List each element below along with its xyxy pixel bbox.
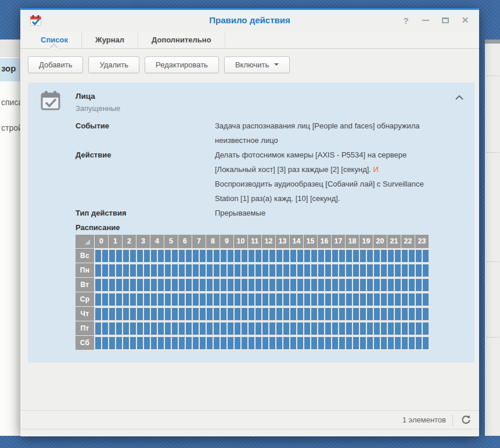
schedule-slot[interactable] [360,308,366,320]
schedule-slot[interactable] [228,322,233,335]
schedule-slot[interactable] [123,337,129,349]
schedule-slot[interactable] [388,337,394,349]
schedule-slot[interactable] [402,337,408,349]
schedule-slot[interactable] [339,293,345,306]
schedule-slot[interactable] [158,322,164,335]
schedule-slot[interactable] [186,279,192,291]
schedule-slot[interactable] [95,337,101,349]
schedule-slot[interactable] [249,279,254,291]
schedule-slot[interactable] [409,264,415,277]
schedule-slot[interactable] [346,279,352,291]
schedule-hour-header[interactable]: 8 [206,235,220,249]
schedule-slot[interactable] [283,337,289,349]
schedule-slot[interactable] [360,250,366,262]
schedule-slot[interactable] [165,308,171,320]
schedule-slot[interactable] [339,308,345,320]
schedule-slot[interactable] [151,308,157,320]
schedule-slot[interactable] [186,250,192,262]
edit-button[interactable]: Редактировать [145,56,219,73]
schedule-slot[interactable] [109,337,115,349]
schedule-slot[interactable] [144,279,150,291]
schedule-slot[interactable] [297,279,303,291]
schedule-slot[interactable] [395,279,401,291]
schedule-slot[interactable] [193,279,199,291]
schedule-slot[interactable] [249,337,254,349]
schedule-slot[interactable] [353,322,359,335]
schedule-slot[interactable] [214,250,220,262]
schedule-slot[interactable] [116,293,122,306]
schedule-slot[interactable] [165,279,171,291]
schedule-slot[interactable] [116,337,122,349]
schedule-slot[interactable] [109,322,115,335]
schedule-slot[interactable] [95,279,101,291]
schedule-slot[interactable] [144,322,150,335]
schedule-slot[interactable] [409,322,415,335]
schedule-slot[interactable] [395,293,401,306]
schedule-slot[interactable] [262,250,268,262]
schedule-slot[interactable] [235,264,240,277]
schedule-slot[interactable] [200,337,206,349]
schedule-slot[interactable] [409,293,415,306]
schedule-slot[interactable] [346,293,352,306]
schedule-slot[interactable] [395,322,401,335]
schedule-slot[interactable] [221,322,226,335]
schedule-slot[interactable] [381,308,387,320]
schedule-slot[interactable] [374,293,380,306]
schedule-slot[interactable] [318,308,324,320]
schedule-slot[interactable] [95,264,101,277]
add-button[interactable]: Добавить [28,56,83,73]
schedule-slot[interactable] [165,337,171,349]
schedule-slot[interactable] [186,308,192,320]
schedule-hour-header[interactable]: 6 [178,235,192,249]
schedule-slot[interactable] [130,279,136,291]
schedule-slot[interactable] [374,322,380,335]
schedule-slot[interactable] [276,250,282,262]
schedule-slot[interactable] [339,279,345,291]
schedule-slot[interactable] [283,293,289,306]
schedule-slot[interactable] [116,250,122,262]
schedule-slot[interactable] [200,293,206,306]
schedule-slot[interactable] [207,308,213,320]
schedule-slot[interactable] [339,322,345,335]
schedule-slot[interactable] [137,264,143,277]
schedule-slot[interactable] [367,308,373,320]
schedule-slot[interactable] [144,264,150,277]
schedule-slot[interactable] [151,250,157,262]
schedule-slot[interactable] [318,250,324,262]
schedule-slot[interactable] [214,308,220,320]
schedule-slot[interactable] [102,279,108,291]
schedule-slot[interactable] [158,264,164,277]
schedule-slot[interactable] [304,308,310,320]
schedule-slot[interactable] [416,322,422,335]
schedule-slot[interactable] [360,293,366,306]
schedule-slot[interactable] [256,279,261,291]
schedule-slot[interactable] [290,250,296,262]
schedule-slot[interactable] [242,279,247,291]
schedule-slot[interactable] [137,308,143,320]
schedule-slot[interactable] [416,250,422,262]
schedule-slot[interactable] [290,337,296,349]
schedule-slot[interactable] [221,264,226,277]
schedule-slot[interactable] [235,250,240,262]
schedule-slot[interactable] [214,293,220,306]
schedule-slot[interactable] [332,293,338,306]
schedule-slot[interactable] [207,322,213,335]
schedule-slot[interactable] [367,264,373,277]
schedule-slot[interactable] [102,337,108,349]
schedule-slot[interactable] [276,308,282,320]
schedule-slot[interactable] [304,293,310,306]
schedule-slot[interactable] [228,293,233,306]
schedule-slot[interactable] [325,250,331,262]
schedule-hour-header[interactable]: 4 [150,235,164,249]
schedule-hour-header[interactable]: 22 [401,235,415,249]
schedule-slot[interactable] [228,337,233,349]
schedule-slot[interactable] [318,293,324,306]
schedule-slot[interactable] [123,308,129,320]
schedule-slot[interactable] [318,322,324,335]
schedule-slot[interactable] [360,322,366,335]
schedule-slot[interactable] [207,279,213,291]
schedule-slot[interactable] [304,279,310,291]
enable-dropdown-button[interactable]: Включить [224,56,290,73]
schedule-slot[interactable] [297,308,303,320]
schedule-slot[interactable] [276,293,282,306]
